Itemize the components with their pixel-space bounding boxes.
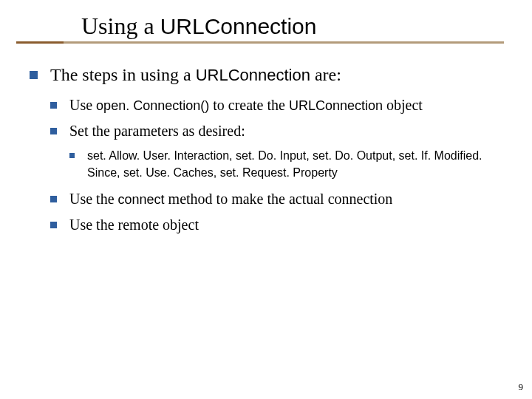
title-underline-light: [16, 41, 504, 44]
slide-title-block: Using a URLConnection: [0, 0, 532, 44]
list-item: Use the remote object: [50, 214, 502, 236]
step2-pre: Use the: [69, 191, 118, 207]
title-code: URLConnection: [160, 14, 317, 38]
step0-pre: Use: [69, 97, 96, 113]
bullet-list-level1: The steps in using a URLConnection are: …: [30, 61, 502, 236]
square-bullet-icon: [30, 71, 38, 79]
step2-post: method to make the actual connection: [165, 191, 393, 207]
list-item: set. Allow. User. Interaction, set. Do. …: [69, 147, 502, 181]
square-bullet-icon: [69, 153, 75, 158]
step0-mid: to create the: [209, 97, 289, 113]
step3-text: Use the remote object: [69, 216, 199, 233]
list-item: The steps in using a URLConnection are: …: [30, 61, 502, 236]
page-number: 9: [519, 381, 524, 393]
square-bullet-icon: [50, 102, 57, 109]
intro-post: are:: [310, 65, 341, 84]
step1-text: Set the parameters as desired:: [69, 123, 245, 139]
list-item: Use open. Connection() to create the URL…: [50, 94, 502, 117]
intro-pre: The steps in using a: [50, 65, 196, 84]
square-bullet-icon: [50, 128, 57, 134]
slide-content: The steps in using a URLConnection are: …: [0, 44, 532, 236]
step0-code: open. Connection(): [96, 98, 209, 113]
step0-code2: URLConnection: [289, 98, 383, 113]
method-list: set. Allow. User. Interaction, set. Do. …: [87, 149, 482, 179]
slide-title: Using a URLConnection: [81, 13, 532, 39]
bullet-list-level2: Use open. Connection() to create the URL…: [50, 94, 502, 236]
title-prefix: Using a: [81, 13, 160, 39]
list-item: Set the parameters as desired: set. Allo…: [50, 120, 502, 181]
step0-post: object: [383, 97, 423, 113]
title-underline-dark: [16, 41, 64, 44]
step2-code: connect: [118, 192, 165, 207]
list-item: Use the connect method to make the actua…: [50, 188, 502, 211]
square-bullet-icon: [50, 196, 57, 202]
bullet-list-level3: set. Allow. User. Interaction, set. Do. …: [69, 147, 502, 181]
intro-code: URLConnection: [196, 66, 310, 84]
square-bullet-icon: [50, 222, 57, 228]
